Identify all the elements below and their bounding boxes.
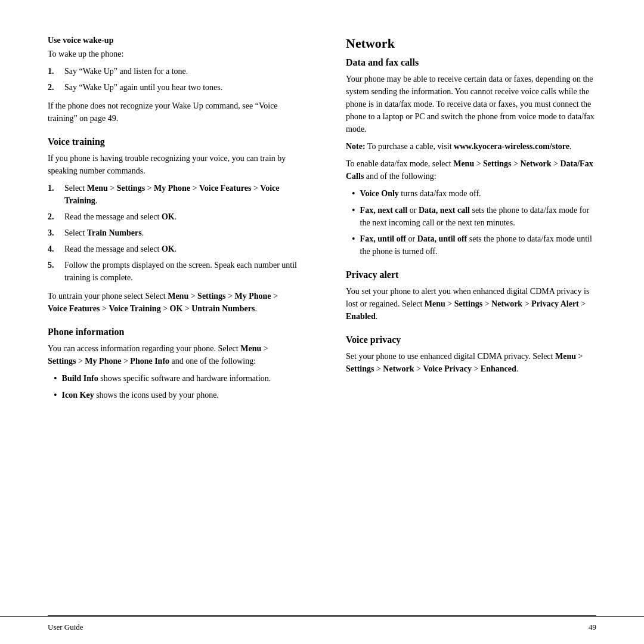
bullet-text: Voice Only turns data/fax mode off.	[360, 187, 481, 200]
phone-info-section: Phone information You can access informa…	[48, 327, 298, 402]
list-item: 3. Select Train Numbers.	[48, 227, 298, 239]
voice-training-section: Voice training If you phone is having tr…	[48, 137, 298, 315]
list-item: Voice Only turns data/fax mode off.	[346, 187, 596, 200]
privacy-alert-section: Privacy alert You set your phone to aler…	[346, 270, 596, 323]
privacy-alert-intro: You set your phone to alert you when enh…	[346, 285, 596, 323]
voice-training-title: Voice training	[48, 137, 298, 147]
right-column: Network Data and fax calls Your phone ma…	[334, 36, 596, 586]
data-fax-intro: Your phone may be able to receive certai…	[346, 73, 596, 135]
phone-info-intro: You can access information regarding you…	[48, 342, 298, 367]
list-item: 1. Select Menu > Settings > My Phone > V…	[48, 182, 298, 207]
footer-right: 49	[589, 623, 596, 632]
data-fax-note2: To enable data/fax mode, select Menu > S…	[346, 157, 596, 182]
privacy-alert-title: Privacy alert	[346, 270, 596, 280]
list-item: Icon Key shows the icons used by your ph…	[48, 389, 298, 402]
step-num: 2.	[48, 81, 60, 94]
step-text: Say “Wake Up” and listen for a tone.	[64, 65, 188, 78]
voice-wakeup-intro: To wake up the phone:	[48, 48, 298, 60]
data-fax-title: Data and fax calls	[346, 57, 596, 68]
list-item: 4. Read the message and select OK.	[48, 243, 298, 255]
voice-privacy-intro: Set your phone to use enhanced digital C…	[346, 350, 596, 375]
bullet-text: Build Info shows specific software and h…	[62, 372, 271, 385]
footer: User Guide 49	[0, 616, 644, 644]
step-num: 2.	[48, 210, 60, 223]
step-text: Select Menu > Settings > My Phone > Voic…	[64, 182, 298, 207]
step-num: 1.	[48, 65, 60, 78]
left-column: Use voice wake-up To wake up the phone: …	[48, 36, 310, 586]
voice-wakeup-steps: 1. Say “Wake Up” and listen for a tone. …	[48, 65, 298, 94]
voice-privacy-title: Voice privacy	[346, 335, 596, 345]
list-item: 2. Read the message and select OK.	[48, 210, 298, 223]
list-item: 5. Follow the prompts displayed on the s…	[48, 259, 298, 284]
step-num: 1.	[48, 182, 60, 207]
step-text: Read the message and select OK.	[64, 243, 177, 255]
step-num: 4.	[48, 243, 60, 255]
step-text: Follow the prompts displayed on the scre…	[64, 259, 298, 284]
page: Use voice wake-up To wake up the phone: …	[0, 0, 644, 644]
list-item: Build Info shows specific software and h…	[48, 372, 298, 385]
phone-info-bullets: Build Info shows specific software and h…	[48, 372, 298, 402]
phone-info-title: Phone information	[48, 327, 298, 338]
step-text: Say “Wake Up” again until you hear two t…	[64, 81, 222, 94]
step-text: Select Train Numbers.	[64, 227, 144, 239]
list-item: Fax, next call or Data, next call sets t…	[346, 204, 596, 229]
voice-wakeup-title: Use voice wake-up	[48, 36, 298, 45]
voice-training-intro: If you phone is having trouble recognizi…	[48, 152, 298, 177]
bullet-text: Fax, next call or Data, next call sets t…	[360, 204, 596, 229]
step-text: Read the message and select OK.	[64, 210, 177, 223]
step-num: 5.	[48, 259, 60, 284]
footer-left: User Guide	[48, 623, 83, 632]
data-fax-note: Note: To purchase a cable, visit www.kyo…	[346, 140, 596, 153]
voice-training-steps: 1. Select Menu > Settings > My Phone > V…	[48, 182, 298, 284]
voice-training-untrain: To untrain your phone select Select Menu…	[48, 290, 298, 315]
step-num: 3.	[48, 227, 60, 239]
voice-wakeup-section: Use voice wake-up To wake up the phone: …	[48, 36, 298, 125]
list-item: Fax, until off or Data, until off sets t…	[346, 233, 596, 258]
bullet-text: Fax, until off or Data, until off sets t…	[360, 233, 596, 258]
bullet-text: Icon Key shows the icons used by your ph…	[62, 389, 219, 402]
voice-privacy-section: Voice privacy Set your phone to use enha…	[346, 335, 596, 375]
list-item: 1. Say “Wake Up” and listen for a tone.	[48, 65, 298, 78]
list-item: 2. Say “Wake Up” again until you hear tw…	[48, 81, 298, 94]
network-heading: Network	[346, 36, 596, 51]
data-fax-bullets: Voice Only turns data/fax mode off. Fax,…	[346, 187, 596, 258]
data-fax-section: Data and fax calls Your phone may be abl…	[346, 57, 596, 258]
voice-wakeup-note: If the phone does not recognize your Wak…	[48, 100, 298, 125]
content-area: Use voice wake-up To wake up the phone: …	[0, 0, 644, 615]
